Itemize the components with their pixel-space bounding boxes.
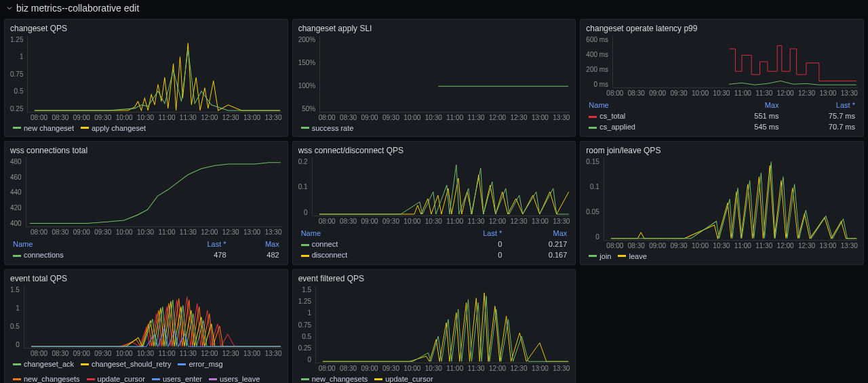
legend-table: NameLast *Max connections478482 [10, 239, 282, 260]
y-axis: 480460440420400 [10, 158, 26, 227]
dashboard-section-header[interactable]: biz metrics--collaborative edit [0, 0, 868, 16]
table-row[interactable]: connect00.217 [298, 239, 570, 249]
panel-event-total-qps[interactable]: event total QPS 1.510.50 08:0008:3009:00… [4, 269, 288, 383]
legend-item[interactable]: users_leave [209, 375, 260, 383]
legend-item[interactable]: changeset_ack [13, 360, 74, 368]
dashboard-section-title: biz metrics--collaborative edit [16, 3, 139, 14]
y-axis: 0.20.10 [298, 158, 312, 216]
legend-item[interactable]: leave [618, 252, 646, 260]
chart-area: 0.150.10.050 [586, 158, 858, 241]
panel-title: event total QPS [10, 274, 282, 283]
legend-item[interactable]: new_changesets [301, 375, 368, 383]
plot[interactable] [612, 36, 858, 88]
legend-table: NameMaxLast * cs_total551 ms75.7 ms cs_a… [586, 100, 858, 132]
panel-title: wss connections total [10, 146, 282, 155]
chart-area: 1.51.2510.750.50.250 [298, 286, 570, 363]
plot[interactable] [312, 158, 570, 216]
x-axis: 08:0008:3009:0009:3010:0010:3011:0011:30… [298, 114, 570, 121]
chart-area: 0.20.10 [298, 158, 570, 216]
panel-room-join-leave-qps[interactable]: room join/leave QPS 0.150.10.050 08:0008… [580, 141, 864, 265]
legend-item[interactable]: success rate [301, 124, 354, 132]
panel-title: changeset QPS [10, 24, 282, 33]
table-row[interactable]: disconnect00.167 [298, 249, 570, 260]
panel-changeset-qps[interactable]: changeset QPS 1.2510.750.50.25 08:0008:3… [4, 19, 288, 137]
x-axis: 08:0008:3009:0009:3010:0010:3011:0011:30… [10, 228, 282, 236]
chart-area: 1.2510.750.50.25 [10, 36, 282, 113]
panel-title: wss connect/disconnect QPS [298, 146, 570, 155]
chevron-down-icon [5, 4, 14, 12]
legend: new_changesets update_cursor [298, 375, 570, 383]
table-row[interactable]: connections478482 [10, 249, 282, 260]
y-axis: 0.150.10.050 [586, 158, 603, 241]
legend-item[interactable]: new changeset [13, 124, 74, 132]
panel-changeset-apply-sli[interactable]: changeset apply SLI 200%150%100%50% 08:0… [292, 19, 576, 137]
table-row[interactable]: cs_total551 ms75.7 ms [586, 110, 858, 121]
chart-area: 1.510.50 [10, 286, 282, 348]
x-axis: 08:0008:3009:0009:3010:0010:3011:0011:30… [586, 242, 858, 249]
panel-title: changeset operate latency p99 [586, 24, 858, 33]
chart-area: 480460440420400 [10, 158, 282, 227]
y-axis: 200%150%100%50% [298, 36, 320, 113]
legend: new changeset apply changeset [10, 124, 282, 132]
empty-cell [580, 269, 864, 383]
table-row[interactable]: cs_applied545 ms70.7 ms [586, 121, 858, 132]
x-axis: 08:0008:3009:0009:3010:0010:3011:0011:30… [298, 218, 570, 225]
panel-wss-connect-disconnect-qps[interactable]: wss connect/disconnect QPS 0.20.10 08:00… [292, 141, 576, 265]
panel-changeset-operate-latency[interactable]: changeset operate latency p99 600 ms400 … [580, 19, 864, 137]
plot[interactable] [27, 36, 281, 113]
x-axis: 08:0008:3009:0009:3010:0010:3011:0011:30… [10, 350, 282, 357]
x-axis: 08:0008:3009:0009:3010:0010:3011:0011:30… [10, 114, 282, 121]
x-axis: 08:0008:3009:0009:3010:0010:3011:0011:30… [586, 89, 858, 97]
y-axis: 1.2510.750.50.25 [10, 36, 27, 113]
panel-title: event filtered QPS [298, 274, 570, 283]
x-axis: 08:0008:3009:0009:3010:0010:3011:0011:30… [298, 365, 570, 372]
panel-grid: changeset QPS 1.2510.750.50.25 08:0008:3… [0, 16, 868, 382]
y-axis: 1.51.2510.750.50.250 [298, 286, 315, 363]
panel-title: changeset apply SLI [298, 24, 570, 33]
panel-wss-connections-total[interactable]: wss connections total 480460440420400 08… [4, 141, 288, 265]
chart-area: 200%150%100%50% [298, 36, 570, 113]
legend-item[interactable]: changeset_should_retry [81, 360, 171, 368]
legend: join leave [586, 252, 858, 260]
legend: success rate [298, 124, 570, 132]
plot[interactable] [26, 158, 282, 227]
panel-event-filtered-qps[interactable]: event filtered QPS 1.51.2510.750.50.250 … [292, 269, 576, 383]
legend-table: NameLast *Max connect00.217 disconnect00… [298, 228, 570, 260]
legend-item[interactable]: new_changesets [13, 375, 80, 383]
plot[interactable] [319, 36, 570, 113]
legend-item[interactable]: join [589, 252, 611, 260]
panel-title: room join/leave QPS [586, 146, 858, 155]
plot[interactable] [24, 286, 282, 348]
legend-item[interactable]: apply changeset [81, 124, 146, 132]
plot[interactable] [315, 286, 570, 363]
legend-item[interactable]: update_cursor [87, 375, 145, 383]
legend-item[interactable]: update_cursor [374, 375, 433, 383]
legend-item[interactable]: error_msg [178, 360, 222, 368]
y-axis: 600 ms400 ms200 ms0 ms [586, 36, 612, 88]
chart-area: 600 ms400 ms200 ms0 ms [586, 36, 858, 88]
y-axis: 1.510.50 [10, 286, 24, 348]
legend-item[interactable]: users_enter [152, 375, 202, 383]
plot[interactable] [604, 158, 858, 241]
legend: changeset_ack changeset_should_retry err… [10, 360, 282, 383]
